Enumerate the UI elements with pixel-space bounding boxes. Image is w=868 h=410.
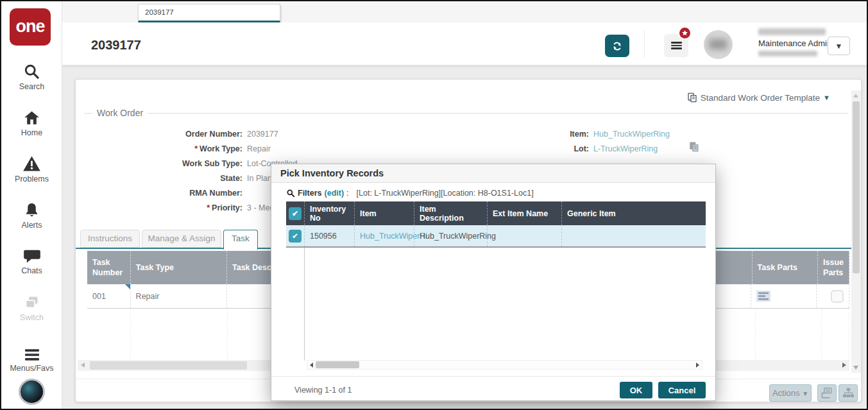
user-subtext-redacted — [758, 51, 817, 56]
print-report-button[interactable] — [817, 384, 837, 402]
col-inventory-no[interactable]: Inventory No — [304, 201, 354, 225]
field-value: 2039177 — [247, 130, 278, 139]
actions-button[interactable]: Actions ▼ — [769, 384, 812, 402]
col-item-description[interactable]: Item Description — [414, 201, 487, 225]
lot-copy-icon[interactable] — [688, 141, 700, 155]
field-label: Item: — [570, 130, 589, 139]
sidebar: one Search Home Problems Alerts Chats Sw… — [1, 1, 62, 409]
home-icon — [23, 109, 40, 126]
row-checkbox[interactable]: ✔ — [289, 230, 302, 243]
field-label: RMA Number: — [189, 189, 243, 198]
filters-colon: : — [346, 189, 348, 198]
refresh-icon — [611, 40, 624, 53]
col-issue-parts[interactable]: Issue Parts — [818, 251, 849, 284]
col-task-type[interactable]: Task Type — [131, 251, 227, 284]
task-type-cell[interactable]: Repair — [131, 284, 227, 308]
work-order-fieldset-border — [84, 113, 848, 114]
menu-bars-icon — [23, 348, 41, 362]
inventory-row[interactable]: ✔ 150956 Hub_TruckWiperRi... Hub_TruckWi… — [286, 225, 706, 248]
col-item[interactable]: Item — [354, 201, 414, 225]
filters-value: [Lot: L-TruckWiperRing][Location: H8-O1S… — [357, 189, 534, 198]
sidebar-item-problems[interactable]: Problems — [1, 155, 62, 184]
field-label: Lot: — [574, 144, 589, 153]
sidebar-item-home[interactable]: Home — [1, 109, 62, 137]
page-tab[interactable]: 2039177 — [138, 4, 280, 22]
modal-footer: Viewing 1-1 of 1 OK Cancel — [271, 376, 715, 402]
template-selector[interactable]: Standard Work Order Template ▼ — [687, 92, 830, 103]
chevron-down-icon: ▼ — [835, 42, 843, 51]
sidebar-item-label: Switch — [20, 313, 44, 322]
field-label: *Priority: — [207, 203, 243, 212]
one-logo[interactable]: one — [10, 8, 51, 46]
sidebar-item-label: Alerts — [22, 221, 42, 230]
task-parts-icon[interactable] — [756, 291, 770, 302]
inventory-grid: ✔ Inventory No Item Item Description Ext… — [286, 201, 706, 248]
cancel-button[interactable]: Cancel — [658, 382, 706, 398]
switch-icon — [23, 294, 40, 311]
ok-button[interactable]: OK — [620, 382, 652, 398]
sidebar-item-switch: Switch — [1, 294, 62, 322]
col-task-parts[interactable]: Task Parts — [753, 251, 819, 284]
scroll-thumb[interactable] — [90, 361, 247, 370]
tab-instructions[interactable]: Instructions — [80, 230, 140, 248]
sidebar-item-label: Problems — [15, 175, 49, 184]
scroll-left-arrow[interactable] — [310, 363, 313, 368]
warning-icon — [22, 155, 41, 173]
field-order-number: Order Number: 2039177 — [76, 130, 461, 141]
generic-item-cell — [561, 225, 706, 246]
field-label: State: — [220, 174, 243, 183]
ext-item-name-cell — [487, 225, 561, 246]
edited-corner-flag — [125, 284, 130, 289]
col-generic-item[interactable]: Generic Item — [561, 201, 706, 225]
refresh-button[interactable] — [605, 35, 629, 57]
sidebar-item-label: Chats — [21, 266, 42, 275]
scroll-thumb[interactable] — [316, 361, 359, 368]
item-description-cell: Hub_TruckWiperRing — [414, 225, 487, 246]
printer-icon — [821, 388, 833, 398]
user-menu-chevron-button[interactable]: ▼ — [828, 37, 850, 55]
header-divider — [644, 30, 645, 58]
task-number-cell[interactable]: 001 — [87, 284, 131, 308]
sidebar-item-label: Home — [21, 128, 42, 137]
star-badge — [678, 26, 692, 40]
panel-vertical-scrollbar[interactable] — [851, 90, 861, 373]
task-parts-cell[interactable] — [751, 284, 817, 308]
sidebar-item-chats[interactable]: Chats — [1, 248, 62, 275]
row-select-cell: ✔ — [286, 225, 304, 246]
modal-title: Pick Inventory Records — [271, 164, 715, 183]
sidebar-item-menus-favs[interactable]: Menus/Favs — [1, 348, 62, 373]
tab-task[interactable]: Task — [223, 230, 258, 250]
hierarchy-button[interactable] — [838, 384, 858, 402]
sidebar-item-search[interactable]: Search — [1, 63, 62, 91]
filters-row: Filters (edit) : [Lot: L-TruckWiperRing]… — [286, 189, 534, 198]
search-icon — [23, 63, 40, 80]
inventory-no-cell: 150956 — [304, 225, 354, 246]
lot-link[interactable]: L-TruckWiperRing — [593, 144, 658, 153]
filters-edit-link[interactable]: (edit) — [325, 189, 345, 198]
scroll-right-arrow[interactable] — [696, 363, 699, 368]
required-mark: * — [207, 203, 210, 212]
app-screen: one Search Home Problems Alerts Chats Sw… — [0, 0, 868, 410]
sidebar-item-alerts[interactable]: Alerts — [1, 201, 62, 230]
field-value: Repair — [247, 144, 271, 153]
issue-parts-checkbox[interactable] — [831, 290, 844, 303]
scroll-left-arrow[interactable] — [81, 363, 85, 368]
filters-label: Filters — [298, 189, 322, 198]
col-ext-item-name[interactable]: Ext Item Name — [487, 201, 561, 225]
sidebar-user-avatar[interactable] — [19, 379, 45, 405]
tab-manage-assign[interactable]: Manage & Assign — [142, 230, 221, 248]
item-cell: Hub_TruckWiperRi... — [354, 225, 414, 246]
col-task-number[interactable]: Task Number — [87, 251, 131, 284]
scroll-down-arrow[interactable] — [853, 366, 858, 370]
select-all-checkbox[interactable]: ✔ — [289, 207, 302, 220]
modal-horizontal-scrollbar[interactable] — [307, 360, 702, 370]
required-mark: * — [194, 144, 198, 153]
scroll-thumb[interactable] — [853, 101, 860, 273]
scroll-up-arrow[interactable] — [853, 94, 858, 98]
viewing-status: Viewing 1-1 of 1 — [294, 386, 352, 395]
user-avatar[interactable] — [704, 30, 733, 59]
scroll-right-arrow[interactable] — [842, 363, 846, 368]
page-tab-label: 2039177 — [145, 8, 174, 16]
user-name-redacted — [758, 28, 826, 35]
item-link[interactable]: Hub_TruckWiperRing — [593, 130, 670, 139]
